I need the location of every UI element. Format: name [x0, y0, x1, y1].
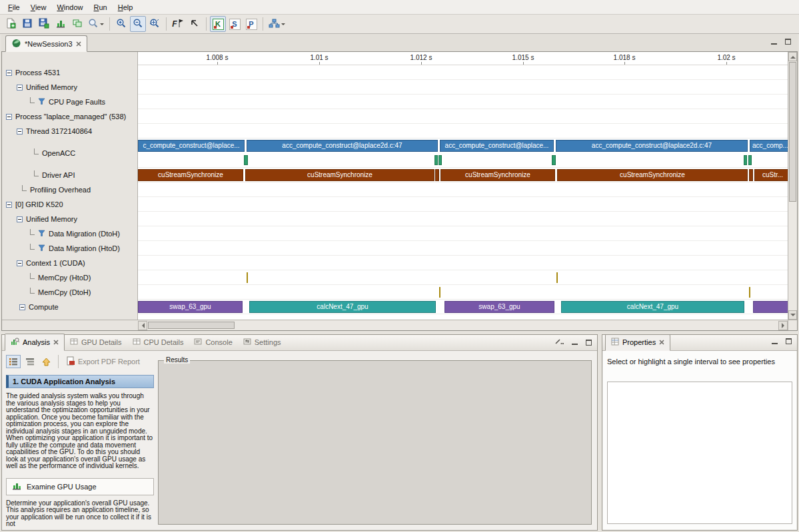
openacc-wait-marker[interactable] — [244, 155, 248, 165]
compute-kernel-interval[interactable] — [753, 301, 788, 313]
tree-row-data-migration-dtoh[interactable]: Data Migration (DtoH) — [2, 226, 137, 241]
compare-windows-button[interactable] — [69, 16, 85, 32]
search-settings-button[interactable] — [86, 16, 106, 32]
maximize-icon[interactable] — [785, 39, 791, 45]
tree-row-driver-api[interactable]: Driver API — [2, 168, 137, 182]
memcpy-dtoh-interval[interactable] — [439, 287, 440, 298]
compute-kernel-interval[interactable]: calcNext_47_gpu — [561, 301, 744, 313]
tab-analysis[interactable]: Analysis — [5, 334, 65, 351]
openacc-interval[interactable]: acc_compute_construct@laplace... — [440, 140, 554, 152]
tree-row-process-4531[interactable]: Process 4531 — [2, 65, 137, 80]
openacc-wait-marker[interactable] — [438, 155, 442, 165]
tree-row-unified-memory[interactable]: Unified Memory — [2, 80, 137, 95]
flag-marker-button[interactable]: F — [170, 16, 186, 32]
openacc-interval[interactable]: acc_comp... — [750, 140, 788, 152]
new-session-button[interactable] — [3, 16, 19, 32]
tree-row-cpu-page-faults[interactable]: CPU Page Faults — [2, 95, 137, 109]
tab-cpu-details[interactable]: CPU Details — [127, 335, 189, 350]
tree-row-unified-memory-gpu[interactable]: Unified Memory — [2, 212, 137, 226]
menu-help[interactable]: Help — [113, 1, 139, 13]
compute-kernel-interval[interactable]: swap_63_gpu — [444, 301, 554, 313]
save-session-button[interactable] — [19, 16, 35, 32]
collapse-icon[interactable] — [17, 216, 23, 222]
compute-kernel-interval[interactable]: calcNext_47_gpu — [249, 301, 436, 313]
tab-properties[interactable]: Properties — [605, 334, 670, 351]
tree-row-memcpy-htod[interactable]: MemCpy (HtoD) — [2, 270, 137, 285]
openacc-wait-marker[interactable] — [434, 155, 438, 165]
previous-marker-button[interactable] — [187, 16, 203, 32]
zoom-fit-button[interactable] — [147, 16, 163, 32]
openacc-wait-marker[interactable] — [552, 155, 556, 165]
driver-api-interval[interactable]: cuStreamSynchronize — [557, 169, 748, 181]
memcpy-htod-interval[interactable] — [556, 272, 558, 283]
horizontal-scroll-thumb[interactable] — [148, 322, 235, 329]
properties-tab-close-button[interactable] — [659, 338, 664, 346]
collapse-icon[interactable] — [17, 260, 23, 266]
tree-row-compute[interactable]: Compute — [2, 300, 137, 314]
openacc-interval[interactable]: acc_compute_construct@laplace2d.c:47 — [556, 140, 748, 152]
scroll-up-button[interactable] — [788, 52, 797, 61]
collapse-icon[interactable] — [6, 202, 12, 208]
pc-sampling-toggle[interactable]: P — [243, 16, 259, 32]
memcpy-dtoh-interval[interactable] — [749, 287, 750, 298]
openacc-interval[interactable]: acc_compute_construct@laplace2d.c:47 — [247, 140, 438, 152]
analysis-tab-close-button[interactable] — [53, 338, 59, 346]
session-tab-close-button[interactable] — [76, 40, 81, 48]
collapse-icon[interactable] — [17, 129, 23, 134]
minimize-icon[interactable] — [772, 339, 778, 344]
save-session-as-button[interactable] — [36, 16, 52, 32]
session-tab[interactable]: *NewSession3 — [5, 35, 87, 52]
minimize-icon[interactable] — [572, 340, 578, 345]
menu-run[interactable]: Run — [89, 1, 113, 13]
view-menu-icon[interactable] — [554, 338, 564, 346]
zoom-out-button[interactable] — [130, 16, 146, 32]
tree-row-process-laplace[interactable]: Process "laplace_managed" (538) — [2, 109, 137, 124]
compute-kernel-interval[interactable]: swap_63_gpu — [138, 301, 243, 313]
tab-gpu-details[interactable]: GPU Details — [65, 335, 127, 350]
profile-application-button[interactable] — [53, 16, 69, 32]
scroll-down-button[interactable] — [788, 310, 797, 320]
tab-console[interactable]: Console — [189, 335, 237, 350]
zoom-in-button[interactable] — [113, 16, 129, 32]
tree-row-grid-k520[interactable]: [0] GRID K520 — [2, 197, 137, 212]
time-ruler[interactable]: 1.008 s 1.01 s 1.012 s 1.015 s 1.018 s 1… — [138, 52, 788, 65]
maximize-icon[interactable] — [786, 338, 792, 344]
collapse-icon[interactable] — [6, 70, 12, 76]
driver-api-interval[interactable]: cuStreamSynchronize — [138, 169, 243, 181]
tree-row-openacc[interactable]: OpenACC — [2, 138, 137, 168]
memcpy-htod-interval[interactable] — [247, 272, 248, 283]
driver-api-interval[interactable]: cuStr... — [754, 169, 788, 181]
tree-row-data-migration-htod[interactable]: Data Migration (HtoD) — [2, 241, 137, 256]
menu-file[interactable]: File — [3, 1, 25, 13]
tab-settings[interactable]: Settings — [238, 335, 287, 350]
kernel-analysis-toggle[interactable]: K — [210, 16, 226, 32]
collapse-icon[interactable] — [6, 114, 12, 120]
tree-row-memcpy-dtoh[interactable]: MemCpy (DtoH) — [2, 285, 137, 300]
vertical-scrollbar[interactable] — [788, 52, 797, 320]
driver-api-interval[interactable]: cuStreamSynchronize — [245, 169, 434, 181]
menu-window[interactable]: Window — [51, 1, 88, 13]
tree-row-profiling-overhead[interactable]: Profiling Overhead — [2, 182, 137, 197]
export-pdf-report-button[interactable]: Export PDF Report — [63, 355, 143, 368]
unguided-analysis-toggle[interactable] — [23, 355, 37, 368]
menu-view[interactable]: View — [25, 1, 52, 13]
scroll-right-button[interactable] — [778, 321, 788, 330]
source-view-toggle[interactable]: S — [227, 16, 243, 32]
horizontal-scrollbar[interactable] — [138, 320, 788, 330]
openacc-wait-marker[interactable] — [744, 155, 747, 165]
openacc-interval[interactable]: c_compute_construct@laplace... — [138, 140, 245, 152]
driver-api-interval[interactable] — [435, 169, 439, 181]
back-up-button[interactable] — [39, 355, 53, 368]
guided-analysis-toggle[interactable] — [6, 355, 21, 368]
openacc-wait-marker[interactable] — [748, 155, 752, 165]
vertical-scroll-thumb[interactable] — [789, 62, 796, 202]
examine-gpu-usage-button[interactable]: Examine GPU Usage — [6, 478, 154, 495]
scroll-left-button[interactable] — [138, 321, 147, 330]
driver-api-interval[interactable] — [749, 169, 753, 181]
maximize-icon[interactable] — [586, 340, 592, 346]
collapse-icon[interactable] — [19, 304, 25, 310]
analysis-methods-button[interactable] — [267, 16, 287, 32]
collapse-icon[interactable] — [17, 85, 23, 91]
driver-api-interval[interactable]: cuStreamSynchronize — [440, 169, 555, 181]
tree-row-thread[interactable]: Thread 3172140864 — [2, 124, 137, 138]
